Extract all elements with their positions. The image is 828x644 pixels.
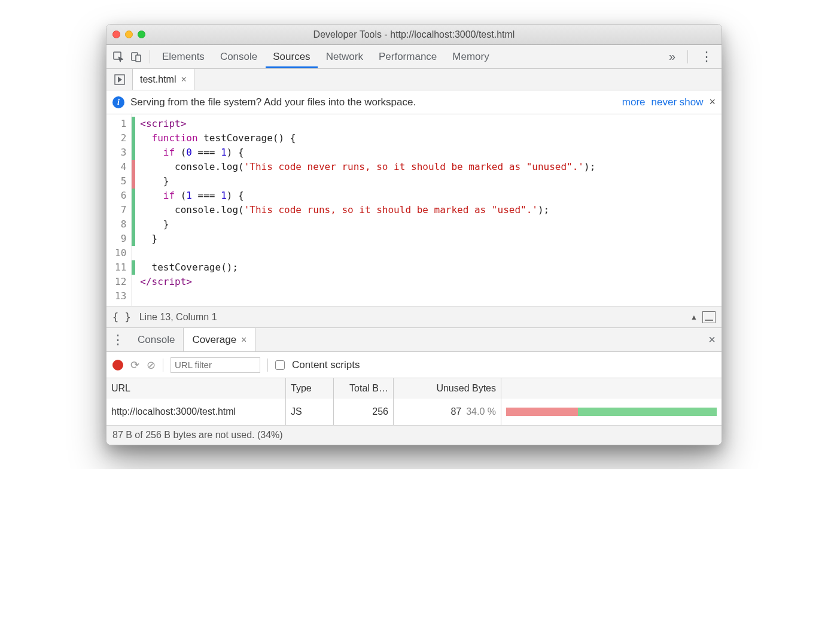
drawer-tabbar: ⋮ ConsoleCoverage× ×	[106, 328, 722, 352]
pretty-print-icon[interactable]: { }	[112, 311, 131, 323]
code-line[interactable]: </script>	[140, 275, 595, 289]
code-line[interactable]: testCoverage();	[140, 260, 595, 275]
line-number[interactable]: 7	[115, 203, 126, 217]
devtools-menu-button[interactable]: ⋮	[695, 49, 718, 65]
line-number[interactable]: 4	[115, 160, 126, 174]
coverage-table-header: URL Type Total B… Unused Bytes	[106, 378, 722, 399]
separator	[163, 359, 163, 372]
coverage-type: JS	[286, 399, 334, 425]
separator	[150, 50, 150, 63]
titlebar: Developer Tools - http://localhost:3000/…	[106, 25, 722, 45]
coverage-toolbar: ⟳ ⊘ Content scripts	[106, 352, 722, 378]
window-title: Developer Tools - http://localhost:3000/…	[106, 29, 722, 40]
code-line[interactable]: }	[140, 232, 595, 246]
coverage-usage-bar	[501, 399, 722, 425]
code-line[interactable]: if (1 === 1) {	[140, 189, 595, 203]
line-number[interactable]: 13	[115, 289, 126, 303]
tab-sources[interactable]: Sources	[266, 45, 317, 68]
infobar-more-link[interactable]: more	[622, 96, 646, 108]
coverage-summary: 87 B of 256 B bytes are not used. (34%)	[112, 430, 283, 441]
code-editor[interactable]: 12345678910111213 <script> function test…	[106, 114, 722, 306]
col-unused-header[interactable]: Unused Bytes	[394, 378, 501, 399]
code-line[interactable]: console.log('This code runs, so it shoul…	[140, 203, 595, 217]
tab-console[interactable]: Console	[213, 45, 264, 68]
line-number[interactable]: 5	[115, 174, 126, 189]
drawer-tab-coverage[interactable]: Coverage×	[183, 328, 255, 351]
line-gutter: 12345678910111213	[106, 114, 132, 306]
coverage-footer: 87 B of 256 B bytes are not used. (34%)	[106, 426, 722, 445]
drawer-menu-button[interactable]: ⋮	[106, 328, 129, 351]
coverage-row[interactable]: http://localhost:3000/test.htmlJS2568734…	[106, 399, 722, 425]
close-tab-icon[interactable]: ×	[181, 74, 186, 85]
minimize-window-button[interactable]	[125, 31, 133, 38]
code-line[interactable]: }	[140, 217, 595, 232]
file-tab[interactable]: test.html ×	[133, 69, 194, 90]
collapse-icon[interactable]: ▲	[690, 313, 698, 321]
tabs-overflow-button[interactable]: »	[664, 50, 680, 63]
code-line[interactable]: console.log('This code never runs, so it…	[140, 160, 595, 174]
drawer-tab-label: Console	[138, 334, 175, 346]
info-icon: i	[112, 96, 124, 108]
line-number[interactable]: 1	[115, 117, 126, 131]
window-controls	[112, 31, 145, 38]
code-line[interactable]: function testCoverage() {	[140, 131, 595, 145]
col-url-header[interactable]: URL	[106, 378, 286, 399]
line-number[interactable]: 12	[115, 275, 126, 289]
record-button[interactable]	[112, 360, 123, 370]
clear-icon[interactable]: ⊘	[147, 359, 156, 372]
inspect-element-icon[interactable]	[110, 48, 127, 65]
line-number[interactable]: 3	[115, 145, 126, 160]
close-window-button[interactable]	[112, 31, 120, 38]
coverage-table: URL Type Total B… Unused Bytes http://lo…	[106, 378, 722, 426]
infobar-text: Serving from the file system? Add your f…	[130, 96, 416, 108]
col-bar-header	[501, 378, 722, 399]
coverage-bar-icon[interactable]	[702, 311, 716, 323]
coverage-url: http://localhost:3000/test.html	[106, 399, 286, 425]
content-scripts-checkbox[interactable]	[275, 360, 285, 370]
col-total-header[interactable]: Total B…	[334, 378, 394, 399]
svg-rect-2	[136, 55, 141, 62]
workspace-infobar: i Serving from the file system? Add your…	[106, 90, 722, 114]
close-tab-icon[interactable]: ×	[241, 335, 246, 345]
separator	[267, 359, 268, 372]
separator	[687, 50, 688, 63]
code-line[interactable]: if (0 === 1) {	[140, 145, 595, 160]
col-type-header[interactable]: Type	[286, 378, 334, 399]
coverage-total: 256	[334, 399, 394, 425]
tab-memory[interactable]: Memory	[445, 45, 496, 68]
infobar-never-show-link[interactable]: never show	[652, 96, 704, 108]
code-content[interactable]: <script> function testCoverage() { if (0…	[135, 114, 595, 306]
infobar-dismiss-icon[interactable]: ×	[709, 96, 716, 108]
line-number[interactable]: 10	[115, 246, 126, 260]
editor-statusbar: { } Line 13, Column 1 ▲	[106, 306, 722, 328]
devtools-window: Developer Tools - http://localhost:3000/…	[106, 24, 722, 445]
file-tab-row: test.html ×	[106, 69, 722, 90]
url-filter-input[interactable]	[171, 357, 260, 373]
navigator-toggle-icon[interactable]	[106, 69, 133, 90]
drawer-tab-console[interactable]: Console	[129, 328, 183, 351]
code-line[interactable]: <script>	[140, 117, 595, 131]
code-line[interactable]	[140, 289, 595, 303]
line-number[interactable]: 2	[115, 131, 126, 145]
line-number[interactable]: 11	[115, 260, 126, 275]
tab-network[interactable]: Network	[319, 45, 370, 68]
content-scripts-label: Content scripts	[292, 359, 360, 371]
device-toggle-icon[interactable]	[128, 48, 145, 65]
main-tabbar: ElementsConsoleSourcesNetworkPerformance…	[106, 45, 722, 69]
tab-elements[interactable]: Elements	[155, 45, 212, 68]
drawer-close-icon[interactable]: ×	[708, 333, 716, 347]
file-tab-label: test.html	[140, 74, 176, 85]
code-line[interactable]: }	[140, 174, 595, 189]
code-line[interactable]	[140, 246, 595, 260]
line-number[interactable]: 8	[115, 217, 126, 232]
line-number[interactable]: 9	[115, 232, 126, 246]
drawer-tab-label: Coverage	[192, 334, 236, 346]
coverage-unused: 8734.0 %	[394, 399, 501, 425]
tab-performance[interactable]: Performance	[372, 45, 444, 68]
cursor-position: Line 13, Column 1	[139, 312, 217, 323]
line-number[interactable]: 6	[115, 189, 126, 203]
maximize-window-button[interactable]	[138, 31, 145, 38]
reload-icon[interactable]: ⟳	[130, 359, 139, 372]
